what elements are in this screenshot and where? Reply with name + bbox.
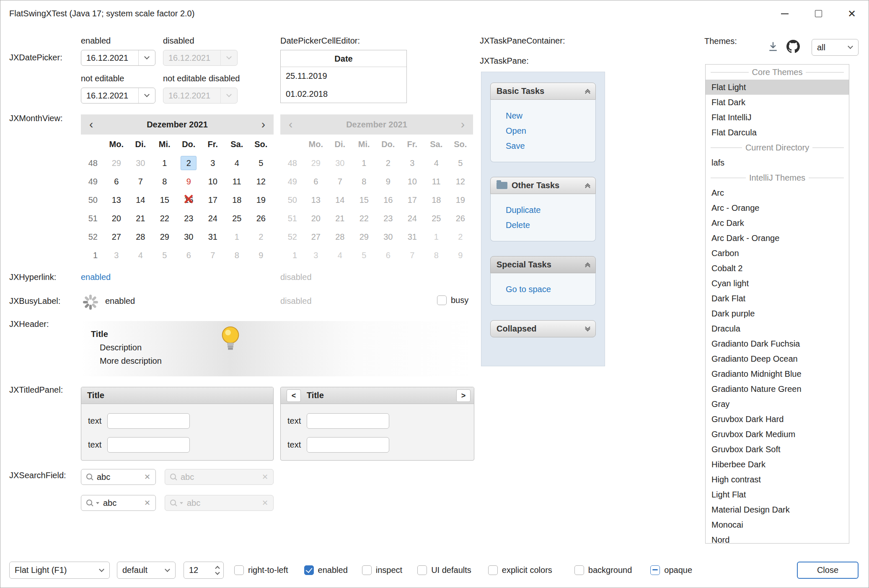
calendar-day[interactable]: 2 xyxy=(249,230,273,244)
calendar-day[interactable]: 10 xyxy=(201,174,225,189)
taskpane-title[interactable]: Other Tasks xyxy=(490,177,596,194)
datepicker-dropdown-button[interactable] xyxy=(138,88,155,103)
datepicker-not-editable[interactable]: 16.12.2021 xyxy=(81,88,155,104)
checkbox-box[interactable] xyxy=(304,565,314,575)
theme-list-item[interactable]: Gradianto Nature Green xyxy=(706,381,849,396)
checkbox-box[interactable] xyxy=(234,565,244,575)
calendar-day[interactable]: 21 xyxy=(129,211,153,225)
calendar-day[interactable]: 20 xyxy=(104,211,129,225)
theme-list-item[interactable]: Light Flat xyxy=(706,487,849,502)
search-field-enabled[interactable]: abc ✕ xyxy=(81,469,156,485)
clear-icon[interactable]: ✕ xyxy=(144,499,150,507)
hyperlink-enabled[interactable]: enabled xyxy=(81,272,111,282)
theme-list-item[interactable]: Material Design Dark xyxy=(706,502,849,517)
calendar-day[interactable]: 2 xyxy=(177,156,201,170)
calendar-day[interactable]: 16✕ xyxy=(177,193,201,207)
chevron-double-down-icon[interactable] xyxy=(586,327,590,331)
datepicker-enabled[interactable]: 16.12.2021 xyxy=(81,50,155,66)
previous-month-icon[interactable]: ‹ xyxy=(89,119,93,130)
titled-panel-prev-button[interactable]: < xyxy=(287,389,301,402)
checkbox-opaque[interactable]: opaque xyxy=(650,565,692,575)
theme-list-item[interactable]: lafs xyxy=(706,155,849,170)
maximize-button[interactable] xyxy=(802,0,835,27)
theme-list-item[interactable]: Flat Dark xyxy=(706,95,849,110)
theme-list-item[interactable]: Arc xyxy=(706,185,849,200)
taskpane-title[interactable]: Collapsed xyxy=(490,320,596,337)
checkbox-inspect[interactable]: inspect xyxy=(362,565,402,575)
checkbox-box[interactable] xyxy=(650,565,660,575)
calendar-day[interactable]: 7 xyxy=(129,174,153,189)
search-value[interactable]: abc xyxy=(97,472,110,482)
calendar-day[interactable]: 1 xyxy=(225,230,249,244)
calendar-day[interactable]: 18 xyxy=(225,193,249,207)
calendar-day[interactable]: 28 xyxy=(129,230,153,244)
checkbox-right-to-left[interactable]: right-to-left xyxy=(234,565,288,575)
theme-list-item[interactable]: Flat Light xyxy=(706,80,849,95)
spinner-arrows[interactable] xyxy=(216,567,219,574)
calendar-day[interactable]: 1 xyxy=(153,156,177,170)
search-value[interactable]: abc xyxy=(103,498,116,508)
calendar-day[interactable]: 6 xyxy=(104,174,129,189)
busy-checkbox[interactable]: busy xyxy=(437,295,468,305)
checkbox-ui-defaults[interactable]: UI defaults xyxy=(417,565,471,575)
calendar-day[interactable]: 15 xyxy=(153,193,177,207)
taskpane-link[interactable]: Open xyxy=(506,123,595,138)
theme-list-item[interactable]: High contrast xyxy=(706,472,849,487)
theme-list-item[interactable]: Dark purple xyxy=(706,306,849,321)
theme-list-item[interactable]: Nord xyxy=(706,532,849,544)
taskpane-title[interactable]: Basic Tasks xyxy=(490,83,596,100)
calendar-day[interactable]: 22 xyxy=(153,211,177,225)
date-table-row[interactable]: 01.02.2018 xyxy=(281,85,406,103)
theme-list-item[interactable]: Monocai xyxy=(706,517,849,532)
calendar-day[interactable]: 14 xyxy=(129,193,153,207)
theme-list-item[interactable]: Cobalt 2 xyxy=(706,261,849,276)
taskpane-title[interactable]: Special Tasks xyxy=(490,256,596,273)
checkbox-box[interactable] xyxy=(417,565,427,575)
theme-list-item[interactable]: Arc Dark xyxy=(706,215,849,231)
theme-list-item[interactable]: Gray xyxy=(706,396,849,412)
calendar-day[interactable]: 3 xyxy=(104,248,129,262)
calendar-day[interactable]: 23 xyxy=(177,211,201,225)
theme-list-item[interactable]: Gruvbox Dark Hard xyxy=(706,412,849,427)
titled-panel-text-field[interactable] xyxy=(107,437,190,453)
next-month-icon[interactable]: › xyxy=(261,119,265,130)
calendar-day[interactable]: 9 xyxy=(177,174,201,189)
theme-list-item[interactable]: Gradianto Dark Fuchsia xyxy=(706,336,849,351)
calendar-day[interactable]: 4 xyxy=(225,156,249,170)
chevron-double-up-icon[interactable] xyxy=(586,90,590,93)
laf-combo[interactable]: Flat Light (F1) xyxy=(9,562,110,579)
datepicker-value[interactable]: 16.12.2021 xyxy=(81,53,128,63)
chevron-double-up-icon[interactable] xyxy=(586,184,590,187)
taskpane-link[interactable]: Go to space xyxy=(506,282,595,297)
calendar-day[interactable]: 30 xyxy=(177,230,201,244)
checkbox-box[interactable] xyxy=(574,565,584,575)
github-icon[interactable] xyxy=(785,38,802,55)
theme-list-item[interactable]: Dracula xyxy=(706,321,849,336)
calendar-day[interactable]: 12 xyxy=(249,174,273,189)
calendar-day[interactable]: 9 xyxy=(249,248,273,262)
date-table-row[interactable]: 25.11.2019 xyxy=(281,67,406,85)
calendar-day[interactable]: 11 xyxy=(225,174,249,189)
taskpane-link[interactable]: Duplicate xyxy=(506,202,595,218)
theme-list-item[interactable]: Arc - Orange xyxy=(706,200,849,215)
calendar-day[interactable]: 7 xyxy=(201,248,225,262)
theme-list-item[interactable]: Hiberbee Dark xyxy=(706,457,849,472)
checkbox-background[interactable]: background xyxy=(574,565,632,575)
calendar-day[interactable]: 5 xyxy=(153,248,177,262)
calendar-day[interactable]: 19 xyxy=(249,193,273,207)
calendar-day[interactable]: 4 xyxy=(129,248,153,262)
download-icon[interactable] xyxy=(766,39,781,54)
calendar-day[interactable]: 17 xyxy=(201,193,225,207)
theme-list-item[interactable]: Gradianto Midnight Blue xyxy=(706,366,849,381)
checkbox-enabled[interactable]: enabled xyxy=(304,565,348,575)
taskpane-link[interactable]: New xyxy=(506,108,595,123)
calendar-day[interactable]: 30 xyxy=(129,156,153,170)
calendar-day[interactable]: 31 xyxy=(201,230,225,244)
calendar-day[interactable]: 5 xyxy=(249,156,273,170)
spinner-value[interactable]: 12 xyxy=(189,565,198,575)
theme-list-item[interactable]: Gruvbox Dark Medium xyxy=(706,427,849,442)
theme-list-item[interactable]: Flat Darcula xyxy=(706,125,849,140)
checkbox-explicit-colors[interactable]: explicit colors xyxy=(488,565,552,575)
theme-list-item[interactable]: Arc Dark - Orange xyxy=(706,231,849,246)
titled-panel-next-button[interactable]: > xyxy=(456,389,471,402)
